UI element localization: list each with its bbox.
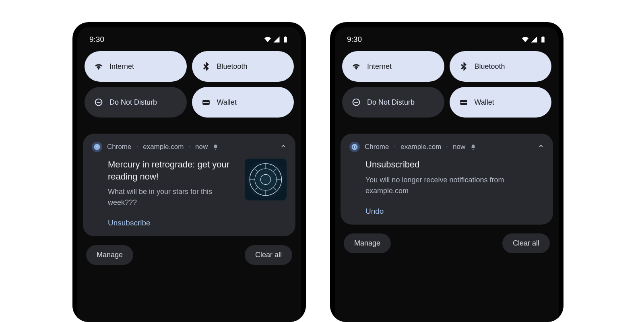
shade-footer: Manage Clear all	[83, 236, 295, 265]
qs-label: Do Not Disturb	[109, 98, 157, 107]
screen: 9:30 Internet Bluetooth Do Not Disturb W…	[335, 27, 559, 322]
clock: 9:30	[89, 35, 104, 44]
notification-card[interactable]: Chrome · example.com · now Unsubscribed …	[341, 134, 553, 225]
svg-line-16	[255, 187, 258, 190]
wifi-icon	[264, 36, 271, 43]
qs-bluetooth[interactable]: Bluetooth	[450, 51, 552, 82]
status-bar: 9:30	[83, 33, 295, 51]
qs-wallet[interactable]: Wallet	[450, 87, 552, 118]
bluetooth-icon	[459, 62, 468, 71]
notification-subtitle: You will no longer receive notifications…	[365, 175, 544, 196]
notification-time: now	[453, 143, 465, 151]
signal-icon	[273, 36, 280, 43]
collapse-chevron-icon[interactable]	[280, 143, 287, 151]
status-icons	[264, 36, 289, 43]
bluetooth-icon	[202, 62, 211, 71]
qs-wallet[interactable]: Wallet	[192, 87, 294, 118]
clear-all-button[interactable]: Clear all	[502, 233, 550, 253]
status-bar: 9:30	[341, 33, 553, 51]
notification-app: Chrome	[107, 143, 131, 151]
battery-icon	[282, 36, 289, 43]
separator-dot: ·	[136, 143, 138, 151]
zodiac-wheel-icon	[248, 161, 284, 198]
notification-card[interactable]: Chrome · example.com · now Mercury in re…	[83, 134, 295, 236]
notification-header: Chrome · example.com · now	[349, 142, 544, 152]
qs-dnd[interactable]: Do Not Disturb	[342, 87, 444, 118]
chrome-icon	[92, 142, 102, 152]
quick-settings: Internet Bluetooth Do Not Disturb Wallet	[83, 51, 295, 118]
bell-icon	[213, 144, 219, 150]
svg-line-15	[273, 169, 277, 172]
undo-button[interactable]: Undo	[349, 207, 544, 216]
separator-dot: ·	[188, 143, 190, 151]
svg-line-17	[273, 187, 277, 190]
battery-icon	[539, 36, 547, 43]
wallet-icon	[459, 98, 468, 107]
qs-label: Bluetooth	[475, 62, 505, 71]
notification-body: Mercury in retrograde: get your reading …	[92, 159, 287, 208]
qs-label: Bluetooth	[217, 62, 248, 71]
svg-line-14	[255, 169, 258, 172]
notification-thumbnail	[245, 159, 287, 200]
phone-left: 9:30 Internet Bluetooth Do Not Disturb W…	[72, 22, 306, 322]
notification-title: Mercury in retrograde: get your reading …	[108, 159, 237, 182]
notification-app: Chrome	[365, 143, 389, 151]
separator-dot: ·	[446, 143, 448, 151]
svg-point-9	[260, 174, 270, 184]
qs-internet[interactable]: Internet	[342, 51, 444, 82]
signal-icon	[530, 36, 538, 43]
notification-title: Unsubscribed	[365, 159, 544, 171]
notification-time: now	[195, 143, 208, 151]
qs-bluetooth[interactable]: Bluetooth	[192, 51, 294, 82]
notification-site: example.com	[143, 143, 184, 151]
dnd-icon	[352, 98, 361, 107]
notification-subtitle: What will be in your stars for this week…	[108, 186, 237, 208]
screen: 9:30 Internet Bluetooth Do Not Disturb W…	[77, 27, 301, 322]
notification-text: Unsubscribed You will no longer receive …	[365, 159, 544, 196]
collapse-chevron-icon[interactable]	[538, 143, 544, 151]
svg-point-6	[96, 146, 98, 148]
manage-button[interactable]: Manage	[344, 233, 391, 253]
qs-label: Internet	[109, 62, 134, 71]
phone-right: 9:30 Internet Bluetooth Do Not Disturb W…	[330, 22, 564, 322]
svg-rect-3	[202, 102, 209, 103]
notification-site: example.com	[400, 143, 441, 151]
notification-body: Unsubscribed You will no longer receive …	[349, 159, 544, 196]
chrome-icon	[349, 142, 360, 152]
clock: 9:30	[347, 35, 362, 44]
bell-icon	[470, 144, 476, 150]
wifi-icon	[94, 62, 103, 71]
manage-button[interactable]: Manage	[86, 245, 133, 265]
wifi-icon	[522, 36, 529, 43]
status-icons	[522, 36, 547, 43]
wallet-icon	[202, 98, 211, 107]
qs-label: Wallet	[475, 98, 494, 107]
shade-footer: Manage Clear all	[341, 225, 553, 253]
qs-label: Do Not Disturb	[367, 98, 415, 107]
notification-header: Chrome · example.com · now	[92, 142, 287, 152]
svg-point-24	[354, 146, 356, 148]
notification-text: Mercury in retrograde: get your reading …	[108, 159, 237, 208]
unsubscribe-button[interactable]: Unsubscribe	[92, 219, 287, 227]
separator-dot: ·	[394, 143, 396, 151]
dnd-icon	[94, 98, 103, 107]
svg-rect-21	[460, 102, 467, 103]
clear-all-button[interactable]: Clear all	[245, 245, 292, 265]
qs-dnd[interactable]: Do Not Disturb	[85, 87, 187, 118]
qs-label: Wallet	[217, 98, 237, 107]
qs-label: Internet	[367, 62, 392, 71]
quick-settings: Internet Bluetooth Do Not Disturb Wallet	[341, 51, 553, 118]
qs-internet[interactable]: Internet	[85, 51, 187, 82]
wifi-icon	[352, 62, 361, 71]
